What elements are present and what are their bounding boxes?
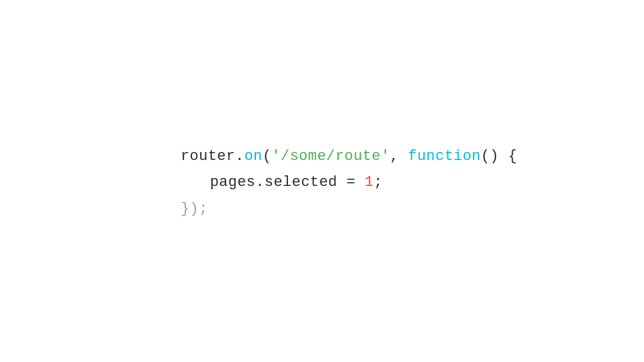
route-string: '/some/route'	[271, 143, 389, 169]
code-line-2: pages.selected = 1;	[181, 169, 517, 196]
selected-prop: selected	[265, 169, 337, 196]
space-eq: =	[337, 169, 365, 196]
code-line-3: });	[181, 196, 517, 223]
space-brace: {	[499, 143, 517, 169]
pages-var: pages	[210, 169, 255, 196]
paren-open: (	[263, 143, 272, 169]
function-keyword: function	[408, 143, 481, 169]
semicolon: ;	[374, 169, 383, 196]
dot-1: .	[235, 143, 245, 169]
code-line-1: router.on('/some/route', function() {	[181, 143, 517, 169]
code-block: router.on('/some/route', function() { pa…	[181, 143, 517, 222]
comma: ,	[390, 143, 408, 169]
on-method: on	[244, 143, 262, 169]
number-value: 1	[365, 169, 374, 196]
close-bracket: });	[181, 196, 208, 223]
dot-2: .	[255, 169, 265, 196]
paren-args: ()	[481, 143, 499, 169]
router-keyword: router	[181, 143, 235, 169]
